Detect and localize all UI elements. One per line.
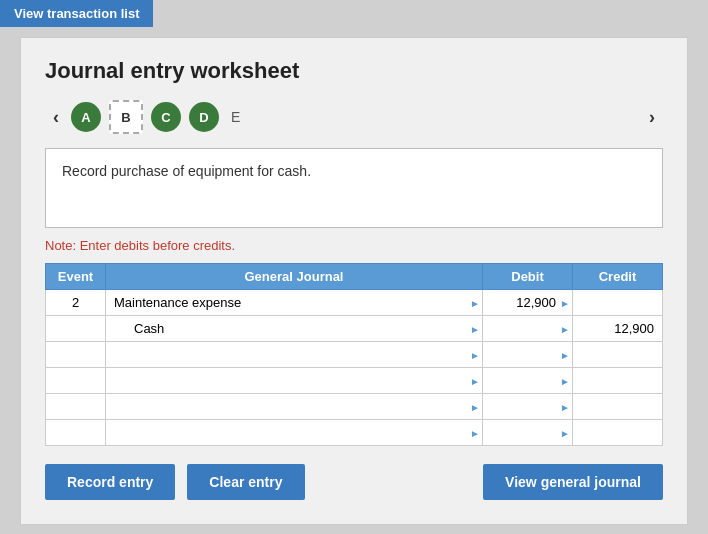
arrow-icon: ► xyxy=(470,401,480,412)
arrow-icon: ► xyxy=(560,323,570,334)
cell-debit[interactable]: 12,900► xyxy=(483,290,573,316)
header-general-journal: General Journal xyxy=(106,264,483,290)
arrow-icon: ► xyxy=(560,375,570,386)
arrow-icon: ► xyxy=(470,297,480,308)
arrow-icon: ► xyxy=(560,297,570,308)
cell-debit[interactable]: ► xyxy=(483,342,573,368)
header-debit: Debit xyxy=(483,264,573,290)
arrow-icon: ► xyxy=(470,349,480,360)
page-title: Journal entry worksheet xyxy=(45,58,663,84)
cell-event xyxy=(46,420,106,446)
arrow-icon: ► xyxy=(470,323,480,334)
tab-d[interactable]: D xyxy=(189,102,219,132)
cell-event: 2 xyxy=(46,290,106,316)
arrow-icon: ► xyxy=(560,401,570,412)
table-row: ►► xyxy=(46,342,663,368)
note-text: Note: Enter debits before credits. xyxy=(45,238,663,253)
tab-e-label[interactable]: E xyxy=(231,109,240,125)
header-credit: Credit xyxy=(573,264,663,290)
tabs-row: ‹ A B C D E › xyxy=(45,100,663,134)
cell-journal[interactable]: Cash► xyxy=(106,316,483,342)
cell-credit[interactable] xyxy=(573,394,663,420)
cell-credit[interactable] xyxy=(573,420,663,446)
header-event: Event xyxy=(46,264,106,290)
table-row: Cash►►12,900 xyxy=(46,316,663,342)
record-entry-button[interactable]: Record entry xyxy=(45,464,175,500)
main-card: Journal entry worksheet ‹ A B C D E › Re… xyxy=(20,37,688,525)
table-row: ►► xyxy=(46,420,663,446)
arrow-icon: ► xyxy=(560,427,570,438)
cell-journal[interactable]: Maintenance expense► xyxy=(106,290,483,316)
tab-b[interactable]: B xyxy=(109,100,143,134)
cell-debit[interactable]: ► xyxy=(483,394,573,420)
tab-a[interactable]: A xyxy=(71,102,101,132)
cell-debit[interactable]: ► xyxy=(483,368,573,394)
view-general-journal-button[interactable]: View general journal xyxy=(483,464,663,500)
arrow-icon: ► xyxy=(470,375,480,386)
cell-credit[interactable] xyxy=(573,342,663,368)
cell-event xyxy=(46,368,106,394)
tab-c[interactable]: C xyxy=(151,102,181,132)
cell-journal[interactable]: ► xyxy=(106,420,483,446)
cell-credit[interactable] xyxy=(573,290,663,316)
clear-entry-button[interactable]: Clear entry xyxy=(187,464,304,500)
arrow-icon: ► xyxy=(470,427,480,438)
journal-table: Event General Journal Debit Credit 2Main… xyxy=(45,263,663,446)
cell-event xyxy=(46,316,106,342)
cell-credit[interactable]: 12,900 xyxy=(573,316,663,342)
table-row: 2Maintenance expense►12,900► xyxy=(46,290,663,316)
next-tab-button[interactable]: › xyxy=(641,105,663,130)
view-transaction-label: View transaction list xyxy=(14,6,139,21)
cell-event xyxy=(46,394,106,420)
table-row: ►► xyxy=(46,368,663,394)
prev-tab-button[interactable]: ‹ xyxy=(45,105,67,130)
cell-event xyxy=(46,342,106,368)
cell-credit[interactable] xyxy=(573,368,663,394)
cell-journal[interactable]: ► xyxy=(106,368,483,394)
cell-journal[interactable]: ► xyxy=(106,394,483,420)
button-row: Record entry Clear entry View general jo… xyxy=(45,464,663,500)
arrow-icon: ► xyxy=(560,349,570,360)
description-text: Record purchase of equipment for cash. xyxy=(62,163,311,179)
cell-journal[interactable]: ► xyxy=(106,342,483,368)
cell-debit[interactable]: ► xyxy=(483,420,573,446)
cell-debit[interactable]: ► xyxy=(483,316,573,342)
view-transaction-button[interactable]: View transaction list xyxy=(0,0,153,27)
description-box: Record purchase of equipment for cash. xyxy=(45,148,663,228)
table-row: ►► xyxy=(46,394,663,420)
